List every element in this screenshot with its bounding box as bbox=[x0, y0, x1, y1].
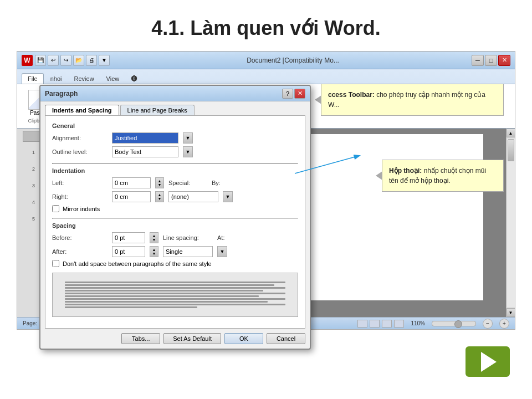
zoom-level: 110% bbox=[411, 320, 425, 326]
outline-label: Outline level: bbox=[52, 149, 108, 155]
line-spacing-input[interactable] bbox=[163, 246, 213, 257]
alignment-label: Alignment: bbox=[52, 135, 108, 141]
outline-input[interactable] bbox=[112, 146, 178, 157]
dialog-footer: Tabs... Set As Default OK Cancel bbox=[40, 329, 310, 349]
view-outline-btn[interactable] bbox=[382, 320, 392, 328]
dialog-tab-linebreaks[interactable]: Line and Page Breaks bbox=[120, 105, 195, 115]
special-input[interactable] bbox=[168, 191, 218, 202]
dialog-tab-indents[interactable]: Indents and Spacing bbox=[45, 105, 119, 115]
play-triangle-icon bbox=[481, 352, 497, 372]
zoom-thumb[interactable] bbox=[454, 320, 462, 328]
print-btn[interactable]: 🖨 bbox=[86, 55, 97, 66]
prev-line bbox=[65, 304, 285, 305]
view-draft-btn[interactable] bbox=[394, 320, 404, 328]
document-title: Document2 [Compatibility Mo... bbox=[114, 57, 472, 64]
save-btn[interactable]: 💾 bbox=[35, 55, 46, 66]
tab-file[interactable]: File bbox=[22, 73, 44, 84]
prev-line bbox=[65, 301, 268, 303]
view-web-btn[interactable] bbox=[370, 320, 380, 328]
tab-view[interactable]: View bbox=[101, 74, 125, 84]
undo-btn[interactable]: ↩ bbox=[48, 55, 59, 66]
prev-line bbox=[65, 282, 285, 283]
dialog-close-btn[interactable]: ✕ bbox=[294, 89, 305, 99]
right-spin[interactable]: ▲▼ bbox=[155, 191, 164, 202]
special-dropdown[interactable]: ▼ bbox=[223, 191, 233, 202]
mirror-label: Mirror indents bbox=[63, 206, 100, 212]
zoom-slider[interactable] bbox=[432, 321, 476, 326]
line-spacing-label: Line spacing: bbox=[163, 234, 213, 241]
scroll-down-btn[interactable]: ▼ bbox=[507, 308, 515, 317]
preview-content bbox=[65, 280, 285, 309]
scroll-track bbox=[507, 139, 515, 307]
prev-line bbox=[65, 284, 274, 286]
scroll-up-btn[interactable]: ▲ bbox=[507, 129, 515, 137]
tabs-button[interactable]: Tabs... bbox=[121, 333, 160, 344]
at-label: At: bbox=[217, 234, 234, 241]
view-buttons bbox=[357, 320, 404, 328]
by-label: By: bbox=[212, 180, 228, 186]
right-input[interactable] bbox=[112, 191, 151, 202]
special-label: Special: bbox=[168, 180, 207, 186]
prev-line bbox=[65, 293, 285, 294]
zoom-out-btn[interactable]: − bbox=[483, 319, 493, 329]
minimize-button[interactable]: ─ bbox=[472, 55, 484, 66]
open-btn[interactable]: 📂 bbox=[73, 55, 84, 66]
after-row: After: ▲▼ ▼ bbox=[52, 246, 298, 257]
prev-line bbox=[65, 298, 285, 300]
alignment-input[interactable] bbox=[112, 132, 178, 144]
before-label: Before: bbox=[52, 234, 108, 241]
ribbon-tabs: File nhoi Review View ⓿ bbox=[17, 69, 515, 84]
before-spin[interactable]: ▲▼ bbox=[150, 232, 158, 243]
mirror-checkbox[interactable] bbox=[52, 205, 59, 212]
mirror-row: Mirror indents bbox=[52, 205, 298, 212]
dialog-help-btn[interactable]: ? bbox=[282, 89, 293, 99]
general-section: General Alignment: ▼ Outline level: ▼ bbox=[52, 122, 298, 157]
paragraph-dialog: Paragraph ? ✕ Indents and Spacing Line a… bbox=[39, 85, 311, 350]
callout-hopthoai-bold: Hộp thoại: bbox=[389, 167, 422, 175]
tab-home[interactable]: nhoi bbox=[45, 74, 68, 84]
divider-1 bbox=[52, 163, 298, 164]
left-spin[interactable]: ▲▼ bbox=[155, 177, 164, 188]
outline-dropdown[interactable]: ▼ bbox=[183, 146, 193, 157]
right-label: Right: bbox=[52, 193, 108, 200]
title-bar: W 💾 ↩ ↪ 📂 🖨 ▼ Document2 [Compatibility M… bbox=[17, 52, 515, 69]
set-default-button[interactable]: Set As Default bbox=[163, 333, 221, 344]
after-input[interactable] bbox=[112, 246, 145, 257]
tab-help[interactable]: ⓿ bbox=[126, 74, 143, 84]
left-input[interactable] bbox=[112, 177, 151, 188]
view-print-btn[interactable] bbox=[357, 320, 367, 328]
indentation-label: Indentation bbox=[52, 167, 298, 174]
dialog-titlebar: Paragraph ? ✕ bbox=[40, 86, 310, 101]
vertical-scrollbar[interactable]: ▲ ▼ bbox=[506, 129, 515, 317]
dont-add-checkbox[interactable] bbox=[52, 260, 59, 267]
before-input[interactable] bbox=[112, 232, 145, 243]
window-controls: ─ □ ✕ bbox=[472, 55, 510, 66]
callout-toolbar-bold: ccess Toolbar: bbox=[328, 91, 376, 99]
scroll-thumb[interactable] bbox=[508, 139, 514, 161]
tab-review[interactable]: Review bbox=[69, 74, 100, 84]
zoom-in-btn[interactable]: + bbox=[499, 319, 509, 329]
extra-btn[interactable]: ▼ bbox=[99, 55, 110, 66]
dialog-body: General Alignment: ▼ Outline level: ▼ In… bbox=[45, 115, 305, 329]
after-label: After: bbox=[52, 248, 108, 255]
ruler-mark: 1 bbox=[32, 150, 35, 155]
alignment-dropdown[interactable]: ▼ bbox=[183, 132, 193, 144]
after-spin[interactable]: ▲▼ bbox=[150, 246, 158, 257]
callout-toolbar: ccess Toolbar: cho phép truy cập nhanh m… bbox=[321, 84, 504, 116]
preview-box bbox=[52, 273, 298, 317]
dialog-tabs: Indents and Spacing Line and Page Breaks bbox=[40, 101, 310, 115]
close-button[interactable]: ✕ bbox=[498, 55, 510, 66]
before-row: Before: ▲▼ Line spacing: At: bbox=[52, 232, 298, 243]
left-indent-row: Left: ▲▼ Special: By: bbox=[52, 177, 298, 188]
play-button[interactable] bbox=[466, 346, 510, 377]
ok-button[interactable]: OK bbox=[224, 333, 263, 344]
cancel-button[interactable]: Cancel bbox=[267, 333, 305, 344]
quick-access-toolbar: 💾 ↩ ↪ 📂 🖨 ▼ bbox=[35, 55, 110, 66]
line-spacing-dropdown[interactable]: ▼ bbox=[217, 246, 227, 257]
redo-btn[interactable]: ↪ bbox=[60, 55, 71, 66]
maximize-button[interactable]: □ bbox=[485, 55, 497, 66]
ruler-mark: 3 bbox=[32, 183, 35, 188]
ruler-mark: 2 bbox=[32, 166, 35, 172]
ruler-mark: 5 bbox=[32, 216, 35, 222]
ruler-mark: 4 bbox=[32, 200, 35, 205]
